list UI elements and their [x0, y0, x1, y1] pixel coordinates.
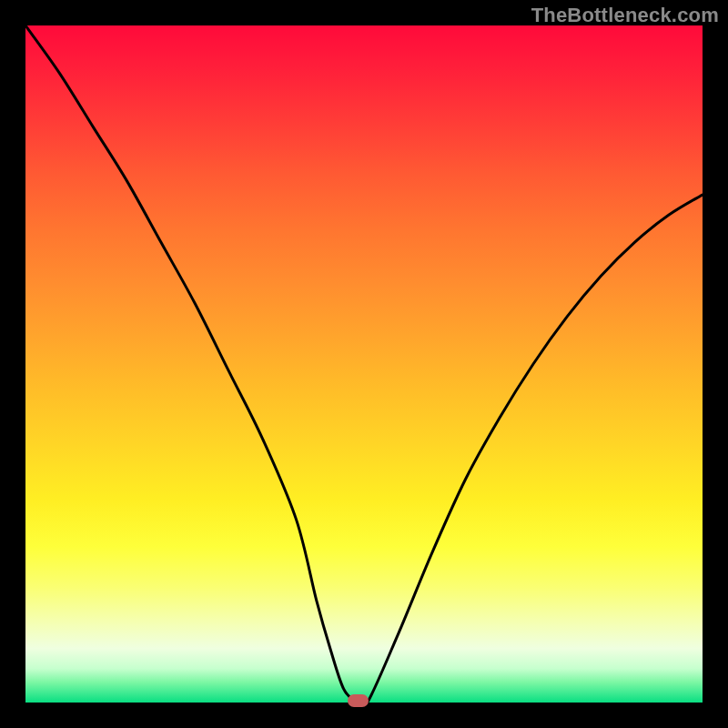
- chart-frame: TheBottleneck.com: [0, 0, 728, 728]
- bottleneck-curve: [25, 25, 703, 703]
- minimum-marker: [348, 694, 369, 707]
- watermark-text: TheBottleneck.com: [531, 4, 719, 27]
- plot-area: [25, 25, 703, 703]
